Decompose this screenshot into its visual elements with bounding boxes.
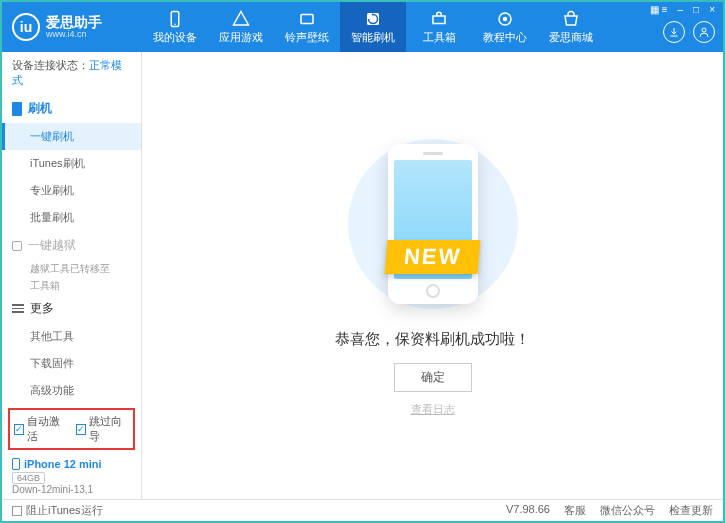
success-illustration: NEW — [323, 134, 543, 314]
sidebar-item-batch-flash[interactable]: 批量刷机 — [2, 204, 141, 231]
sidebar-item-download-firmware[interactable]: 下载固件 — [2, 350, 141, 377]
nav-my-device[interactable]: 我的设备 — [142, 2, 208, 52]
link-wechat[interactable]: 微信公众号 — [600, 503, 655, 518]
logo-area: iu 爱思助手 www.i4.cn — [2, 13, 142, 41]
svg-rect-2 — [301, 14, 313, 23]
new-ribbon: NEW — [384, 240, 480, 274]
connection-status: 设备连接状态：正常模式 — [2, 52, 141, 94]
nav-ringtone-wallpaper[interactable]: 铃声壁纸 — [274, 2, 340, 52]
jailbreak-note-2: 工具箱 — [2, 277, 141, 294]
link-support[interactable]: 客服 — [564, 503, 586, 518]
sidebar-item-itunes-flash[interactable]: iTunes刷机 — [2, 150, 141, 177]
app-url: www.i4.cn — [46, 29, 102, 39]
checkbox-auto-activate[interactable]: ✓自动激活 — [14, 414, 68, 444]
status-bar: 阻止iTunes运行 V7.98.66 客服 微信公众号 检查更新 — [2, 499, 723, 521]
check-icon: ✓ — [76, 424, 86, 435]
svg-point-7 — [702, 28, 706, 32]
logo-icon: iu — [12, 13, 40, 41]
sidebar: 设备连接状态：正常模式 刷机 一键刷机 iTunes刷机 专业刷机 批量刷机 一… — [2, 52, 142, 499]
download-button[interactable] — [663, 21, 685, 43]
menu-icon — [12, 304, 24, 313]
main-content: NEW 恭喜您，保资料刷机成功啦！ 确定 查看日志 — [142, 52, 723, 499]
sidebar-item-pro-flash[interactable]: 专业刷机 — [2, 177, 141, 204]
device-storage: 64GB — [12, 472, 45, 484]
version-label: V7.98.66 — [506, 503, 550, 518]
svg-rect-4 — [433, 16, 445, 24]
lock-icon — [12, 241, 22, 251]
device-icon — [12, 458, 20, 470]
svg-point-1 — [174, 23, 176, 25]
sidebar-section-flash[interactable]: 刷机 — [2, 94, 141, 123]
ok-button[interactable]: 确定 — [394, 363, 472, 392]
view-log-link[interactable]: 查看日志 — [411, 402, 455, 417]
nav-toolbox[interactable]: 工具箱 — [406, 2, 472, 52]
nav-smart-flash[interactable]: 智能刷机 — [340, 2, 406, 52]
link-check-update[interactable]: 检查更新 — [669, 503, 713, 518]
sidebar-item-advanced[interactable]: 高级功能 — [2, 377, 141, 404]
user-button[interactable] — [693, 21, 715, 43]
phone-icon — [12, 102, 22, 116]
checkbox-icon — [12, 506, 22, 516]
checkbox-skip-guide[interactable]: ✓跳过向导 — [76, 414, 130, 444]
nav-store[interactable]: 爱思商城 — [538, 2, 604, 52]
sidebar-item-other-tools[interactable]: 其他工具 — [2, 323, 141, 350]
sidebar-section-jailbreak: 一键越狱 — [2, 231, 141, 260]
svg-point-6 — [503, 16, 508, 21]
app-title: 爱思助手 — [46, 15, 102, 29]
success-message: 恭喜您，保资料刷机成功啦！ — [335, 330, 530, 349]
sidebar-item-one-click-flash[interactable]: 一键刷机 — [2, 123, 141, 150]
device-model: Down-12mini-13,1 — [12, 484, 131, 495]
nav-apps-games[interactable]: 应用游戏 — [208, 2, 274, 52]
options-highlight-box: ✓自动激活 ✓跳过向导 — [8, 408, 135, 450]
sidebar-section-more[interactable]: 更多 — [2, 294, 141, 323]
nav-tutorials[interactable]: 教程中心 — [472, 2, 538, 52]
checkbox-block-itunes[interactable]: 阻止iTunes运行 — [12, 503, 103, 518]
jailbreak-note: 越狱工具已转移至 — [2, 260, 141, 277]
check-icon: ✓ — [14, 424, 24, 435]
phone-illustration — [388, 144, 478, 304]
main-nav: 我的设备 应用游戏 铃声壁纸 智能刷机 工具箱 教程中心 爱思商城 — [142, 2, 604, 52]
device-info[interactable]: iPhone 12 mini 64GB Down-12mini-13,1 — [2, 454, 141, 499]
app-header: iu 爱思助手 www.i4.cn 我的设备 应用游戏 铃声壁纸 智能刷机 工具… — [2, 2, 723, 52]
